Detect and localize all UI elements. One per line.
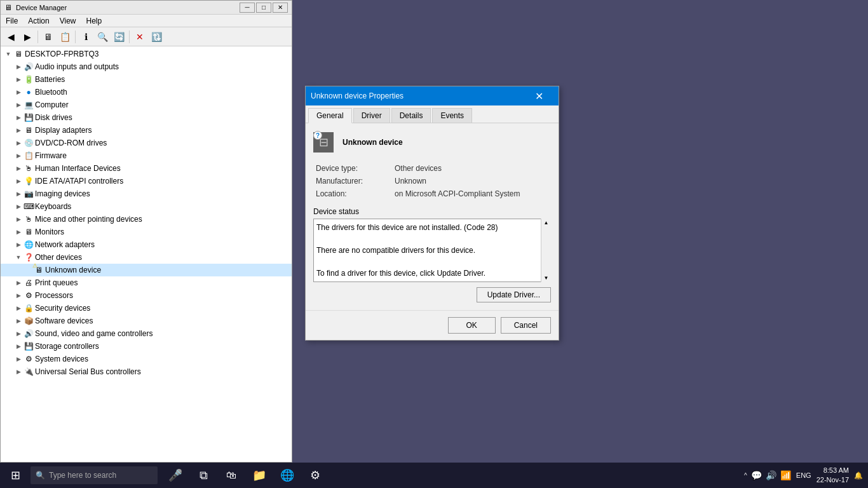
tree-toggle-audio[interactable]: ▶ (13, 62, 24, 72)
scroll-down-arrow[interactable]: ▼ (543, 274, 550, 282)
tree-item-print[interactable]: ▶ 🖨 Print queues (1, 276, 292, 289)
notification-icon[interactable]: 🔔 (854, 471, 863, 480)
tree-toggle-hid[interactable]: ▶ (13, 163, 24, 173)
menu-help[interactable]: Help (81, 15, 107, 27)
ok-button[interactable]: OK (448, 317, 496, 334)
taskbar-task-view-button[interactable]: ⧉ (191, 463, 216, 488)
tree-toggle-root[interactable]: ▼ (3, 49, 13, 59)
tree-toggle-usb[interactable]: ▶ (13, 367, 24, 377)
tree-item-firmware[interactable]: ▶ 📋 Firmware (1, 149, 292, 162)
tree-label-disk: Disk drives (35, 113, 72, 122)
tree-item-security[interactable]: ▶ 🔒 Security devices (1, 302, 292, 315)
menu-file[interactable]: File (1, 15, 23, 27)
tree-toggle-software[interactable]: ▶ (13, 316, 24, 326)
taskbar-explorer-button[interactable]: 📁 (247, 463, 272, 488)
toolbar-back[interactable]: ◀ (3, 29, 18, 44)
tree-toggle-disk[interactable]: ▶ (13, 112, 24, 123)
taskbar-edge-button[interactable]: 🌐 (275, 463, 300, 488)
tab-general[interactable]: General (308, 108, 352, 123)
tree-toggle-computer[interactable]: ▶ (13, 100, 24, 110)
toolbar-properties[interactable]: ℹ (78, 29, 93, 44)
tree-item-network[interactable]: ▶ 🌐 Network adapters (1, 238, 292, 251)
tree-toggle-system[interactable]: ▶ (13, 354, 24, 364)
menu-action[interactable]: Action (23, 15, 54, 27)
tree-toggle-monitors[interactable]: ▶ (13, 227, 24, 237)
tree-item-disk[interactable]: ▶ 💾 Disk drives (1, 111, 292, 124)
search-bar[interactable]: 🔍 Type here to search (31, 466, 158, 484)
cancel-button[interactable]: Cancel (501, 317, 551, 334)
tree-toggle-bluetooth[interactable]: ▶ (13, 87, 24, 97)
tree-item-monitors[interactable]: ▶ 🖥 Monitors (1, 226, 292, 238)
taskbar-mic-button[interactable]: 🎤 (163, 463, 188, 488)
minimize-button[interactable]: ─ (240, 3, 255, 13)
tree-toggle-security[interactable]: ▶ (13, 303, 24, 313)
tab-events[interactable]: Events (432, 108, 472, 123)
tree-item-batteries[interactable]: ▶ 🔋 Batteries (1, 73, 292, 86)
tree-toggle-other[interactable]: ▼ (13, 252, 24, 262)
tree-toggle-mice[interactable]: ▶ (13, 214, 24, 224)
close-button[interactable]: ✕ (273, 3, 288, 13)
tree-item-system[interactable]: ▶ ⚙ System devices (1, 353, 292, 365)
status-scrollbar[interactable]: ▲ ▼ (541, 219, 551, 282)
tree-item-ide[interactable]: ▶ 💡 IDE ATA/ATAPI controllers (1, 175, 292, 187)
tree-icon-display: 🖥 (24, 125, 34, 135)
tree-label-root: DESKTOP-FPRBTQ3 (25, 50, 98, 58)
tree-item-storage[interactable]: ▶ 💾 Storage controllers (1, 340, 292, 353)
tree-toggle-storage[interactable]: ▶ (13, 341, 24, 351)
tree-label-network: Network adapters (35, 240, 95, 249)
tree-root[interactable]: ▼ 🖥 DESKTOP-FPRBTQ3 (1, 48, 292, 60)
tray-volume-icon[interactable]: 🔊 (766, 470, 776, 480)
menu-view[interactable]: View (55, 15, 81, 27)
update-driver-button[interactable]: Update Driver... (477, 287, 551, 302)
tree-toggle-network[interactable]: ▶ (13, 240, 24, 250)
toolbar-forward[interactable]: ▶ (20, 29, 35, 44)
tray-expand-icon[interactable]: ^ (744, 472, 747, 479)
taskbar-store-button[interactable]: 🛍 (219, 463, 244, 488)
tree-toggle-processors[interactable]: ▶ (13, 290, 24, 301)
taskbar-app-button[interactable]: ⚙ (302, 463, 328, 488)
tree-toggle-display[interactable]: ▶ (13, 125, 24, 135)
menu-bar: File Action View Help (1, 15, 292, 27)
tree-item-software[interactable]: ▶ 📦 Software devices (1, 315, 292, 327)
tab-driver[interactable]: Driver (353, 108, 390, 123)
tree-icon-processors: ⚙ (24, 290, 34, 301)
toolbar-update[interactable]: 🔃 (149, 29, 164, 44)
tree-item-unknown-device[interactable]: 🖥 ⚠ Unknown device (1, 264, 292, 276)
tree-item-usb[interactable]: ▶ 🔌 Universal Serial Bus controllers (1, 365, 292, 378)
toolbar-device-view[interactable]: 🖥 (41, 29, 56, 44)
dialog-close-button[interactable]: ✕ (524, 86, 553, 105)
dialog-footer: OK Cancel (306, 310, 559, 340)
tray-network-icon[interactable]: 📶 (780, 470, 791, 480)
tree-toggle-ide[interactable]: ▶ (13, 176, 24, 186)
tree-item-dvd[interactable]: ▶ 💿 DVD/CD-ROM drives (1, 137, 292, 149)
tree-item-sound[interactable]: ▶ 🔊 Sound, video and game controllers (1, 327, 292, 340)
tree-item-hid[interactable]: ▶ 🖱 Human Interface Devices (1, 162, 292, 175)
toolbar-scan[interactable]: 🔄 (111, 29, 126, 44)
tree-item-bluetooth[interactable]: ▶ ● Bluetooth (1, 86, 292, 98)
start-button[interactable]: ⊞ (0, 463, 31, 488)
tree-toggle-print[interactable]: ▶ (13, 278, 24, 288)
tree-item-processors[interactable]: ▶ ⚙ Processors (1, 289, 292, 302)
tree-item-mice[interactable]: ▶ 🖱 Mice and other pointing devices (1, 213, 292, 226)
question-mark-icon: ? (316, 132, 320, 139)
toolbar-resource-view[interactable]: 📋 (57, 29, 72, 44)
tree-toggle-keyboards[interactable]: ▶ (13, 201, 24, 212)
tab-details[interactable]: Details (391, 108, 431, 123)
tree-item-other[interactable]: ▼ ❓ Other devices (1, 251, 292, 264)
toolbar-uninstall[interactable]: ✕ (132, 29, 147, 44)
tree-toggle-imaging[interactable]: ▶ (13, 189, 24, 199)
tree-item-keyboards[interactable]: ▶ ⌨ Keyboards (1, 200, 292, 213)
tree-toggle-dvd[interactable]: ▶ (13, 138, 24, 148)
tree-toggle-firmware[interactable]: ▶ (13, 151, 24, 161)
toolbar-display[interactable]: 🔍 (95, 29, 110, 44)
tree-toggle-batteries[interactable]: ▶ (13, 74, 24, 85)
tree-toggle-sound[interactable]: ▶ (13, 329, 24, 339)
tree-item-imaging[interactable]: ▶ 📷 Imaging devices (1, 187, 292, 200)
scroll-up-arrow[interactable]: ▲ (543, 219, 550, 227)
tree-item-display[interactable]: ▶ 🖥 Display adapters (1, 124, 292, 137)
tree-item-computer[interactable]: ▶ 💻 Computer (1, 98, 292, 111)
restore-button[interactable]: □ (256, 3, 271, 13)
tray-chat-icon[interactable]: 💬 (751, 470, 762, 480)
device-properties: Device type: Other devices Manufacturer:… (313, 164, 551, 198)
tree-item-audio[interactable]: ▶ 🔊 Audio inputs and outputs (1, 60, 292, 73)
